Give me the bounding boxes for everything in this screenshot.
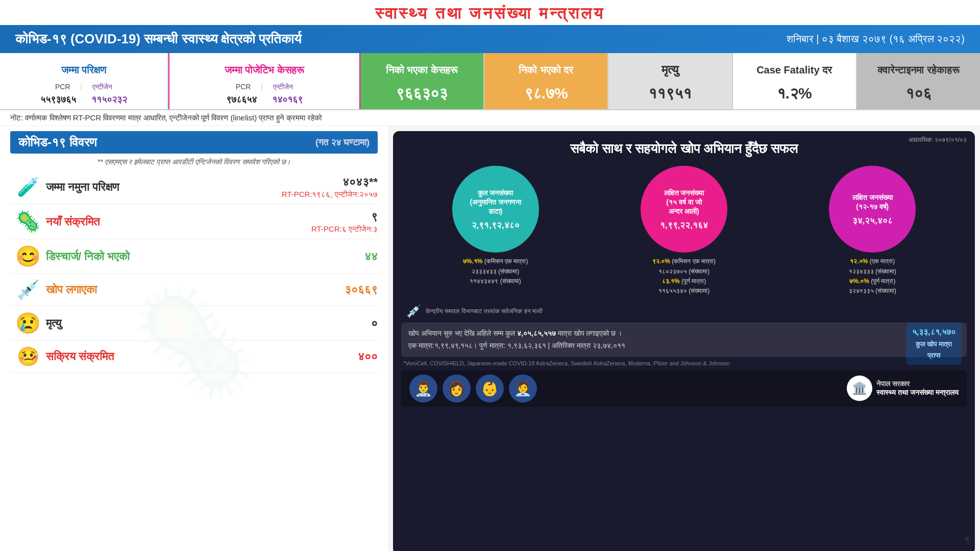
- stat-total-tests: जम्मा परिक्षण PCR | एन्टीजेन ५५९३७६५ ११५…: [0, 53, 168, 109]
- covid-vaccinated-value: ३०६६९: [316, 283, 378, 296]
- covid-item-active: 🤒 सक्रिय संक्रमित ४००: [10, 341, 378, 373]
- positive-values-row: ९७८६५४ १४०१६९: [176, 94, 353, 105]
- vaccine-needle-indicator: 💉 केन्द्रीय समतल विभागबाट तथ्यांक सर्वजन…: [401, 304, 967, 318]
- right-panel: अद्यावधिक: २०७९/०१/०२ सबैको साथ र सहयोगल…: [388, 126, 980, 551]
- vaccine-bottom-area: खोप अभियान सुरु भए देखि अहिले सम्म कुल ४…: [401, 322, 967, 357]
- stat-death: मृत्यु ११९५१: [608, 53, 732, 109]
- circle-total-title: कुल जनसंख्या(अनुमानित जनगणनाडाटा): [470, 188, 521, 216]
- footer-nepal-govt: नेपाल सरकार: [876, 380, 959, 388]
- stat-case-fatality: Case Fatality दर १.२%: [733, 53, 857, 109]
- total-positive-label: जम्मा पोजेटिभ केसहरू: [176, 57, 353, 83]
- pcr-positive-value: ९७८६५४: [226, 94, 257, 105]
- avatar-4: 🧑‍💼: [509, 374, 537, 403]
- vaccine-total-box: ५,३३,८१,५७०कुल खोप मात्राप्राप्त: [906, 322, 962, 365]
- covid-infected-value: ९: [311, 210, 378, 223]
- vaccine-bottom-text: खोप अभियान सुरु भए देखि अहिले सम्म कुल ४…: [401, 322, 967, 357]
- antigen-positive-value: १४०१६९: [272, 94, 303, 105]
- left-content: कोभिड-१९ विवरण (गत २४ घण्टामा) ** एसएमएस…: [10, 131, 378, 373]
- test-tube-icon: 🧪: [10, 177, 46, 198]
- main-header: स्वास्थ्य तथा जनसंख्या मन्त्रालय: [0, 0, 980, 25]
- recovery-rate-label: निको भएको दर: [491, 57, 601, 83]
- covid-vaccinated-label: खोप लगाएका: [46, 283, 316, 296]
- covid-item-vaccinated: 💉 खोप लगाएका ३०६६९: [10, 274, 378, 306]
- vaccine-title: सबैको साथ र सहयोगले खोप अभियान हुँदैछ सफ…: [401, 139, 967, 158]
- covid-infected-label: नयाँ संक्रमित: [46, 215, 311, 229]
- stat-recovered: निको भएका केसहरू ९६६३०३: [360, 53, 484, 109]
- fever-icon: 🤒: [10, 346, 46, 367]
- circle-item-target12: लक्षित जनसंख्या(१२-१७ वर्ष) ३४,२५,४०८ १२…: [788, 166, 957, 296]
- covid-death-value: ०: [316, 317, 378, 330]
- pcr-antigen-labels: PCR | एन्टीजेन: [6, 83, 161, 91]
- virus-icon: 🦠: [10, 210, 46, 234]
- covid-section-title: कोभिड-१९ विवरण: [18, 135, 97, 149]
- banner-right-text: शनिबार | ०३ बैशाख २०७९ (१६ अप्रिल २०२२): [787, 33, 965, 45]
- case-fatality-value: १.२%: [739, 85, 850, 103]
- happy-face-icon: 😊: [10, 244, 46, 268]
- circle-target15-num2: ११६५५३४०: [658, 287, 687, 294]
- page-number: १: [964, 534, 970, 546]
- circle-target12-num1: १२३४३३३: [849, 268, 874, 275]
- circle-total: कुल जनसंख्या(अनुमानित जनगणनाडाटा) २,९१,९…: [452, 166, 539, 253]
- covid-discharged-value: ४४: [316, 250, 378, 263]
- note-bar: नोट: वर्णात्मक विश्लेषण RT-PCR विवरणमा म…: [0, 110, 980, 126]
- banner-left-text: कोभिड-१९ (COVID-19) सम्बन्धी स्वास्थ्य क…: [15, 31, 301, 47]
- note-text: नोट: वर्णात्मक विश्लेषण RT-PCR विवरणमा म…: [10, 113, 322, 122]
- vaccine-center-note: केन्द्रीय समतल विभागबाट तथ्यांक सर्वजनिक…: [426, 308, 962, 315]
- left-panel: 🦠 कोभिड-१९ विवरण (गत २४ घण्टामा) ** एसएम…: [0, 126, 388, 551]
- total-test-label: जम्मा परिक्षण: [6, 57, 161, 83]
- recovery-rate-value: ९८.७%: [491, 85, 601, 103]
- footer-logo-text: नेपाल सरकार स्वास्थ्य तथा जनसंख्या मन्त्…: [876, 380, 959, 397]
- death-value: ११९५१: [615, 85, 725, 103]
- avatar-1: 👨‍⚕️: [409, 374, 437, 403]
- footer-ministry: स्वास्थ्य तथा जनसंख्या मन्त्रालय: [876, 388, 959, 397]
- death-label: मृत्यु: [615, 57, 725, 83]
- main-title: स्वास्थ्य तथा जनसंख्या मन्त्रालय: [375, 4, 605, 22]
- circle-target15-num1: १८०२३७०५: [658, 268, 687, 275]
- quarantine-value: १०६: [863, 85, 974, 103]
- covid-infected-sub: RT-PCR:६ एन्टीजेन:३: [311, 224, 378, 234]
- covid-section-header: कोभिड-१९ विवरण (गत २४ घण्टामा): [10, 131, 378, 154]
- test-values-row: ५५९३७६५ ११५०२३२: [6, 94, 161, 105]
- date-stamp: अद्यावधिक: २०७९/०१/०२: [909, 136, 967, 143]
- covid-active-value: ४००: [316, 350, 378, 363]
- circle-target12-stats: १२.०% (एक मात्रा) १२३४३३३ (संख्यामा) ७%.…: [849, 257, 896, 296]
- circle-target15-value: १,९९,२२,१६४: [660, 220, 708, 231]
- sad-face-icon: 😢: [10, 311, 46, 335]
- circle-total-num2: ११४४३४४९: [470, 278, 498, 285]
- govt-logo: 🏛️: [847, 375, 872, 401]
- circle-target12-num2: ३२४×३३५: [849, 287, 874, 294]
- circle-target15-stat1: ९२.०%: [652, 258, 670, 265]
- covid-discharged-label: डिस्चार्ज/ निको भएको: [46, 250, 316, 263]
- pcr-pos-label: PCR: [236, 83, 251, 91]
- circle-target12-stat2: ७%.०%: [849, 278, 869, 285]
- circle-target12-value: ३४,२५,४०८: [852, 216, 893, 226]
- circle-item-target15: लक्षित जनसंख्या(१५ वर्ष वा जोअन्दर आली) …: [599, 166, 769, 296]
- recovered-label: निको भएका केसहरू: [366, 57, 477, 83]
- covid-active-label: सक्रिय संक्रमित: [46, 350, 316, 363]
- circle-total-value: २,९१,९२,४८०: [472, 220, 520, 231]
- stats-row: जम्मा परिक्षण PCR | एन्टीजेन ५५९३७६५ ११५…: [0, 53, 980, 110]
- covid-test-sub: RT-PCR:१९८६, एन्टीजेन:२०५७: [282, 190, 378, 199]
- stat-quarantine: क्वारेन्टाइनमा रहेकाहरू १०६: [857, 53, 980, 109]
- covid-item-discharged: 😊 डिस्चार्ज/ निको भएको ४४: [10, 239, 378, 274]
- recovered-value: ९६६३०३: [366, 85, 477, 103]
- covid-item-tests: 🧪 जम्मा नमुना परिक्षण ४०४३** RT-PCR:१९८६…: [10, 170, 378, 205]
- footer-persons-row: 👨‍⚕️ 👩 👶 🧑‍💼: [409, 374, 537, 403]
- pcr-total-value: ५५९३७६५: [40, 94, 76, 105]
- antigen-pos-label: एन्टीजेन: [273, 83, 293, 91]
- pcr-label: PCR: [55, 83, 70, 91]
- covid-sub-note: ** एसएमएस र इमेलबाट प्राप्त आरडीटी एन्टि…: [10, 158, 378, 166]
- vaccine-campaign-text: खोप अभियान सुरु भए देखि अहिले सम्म कुल ४…: [408, 329, 625, 349]
- pcr-antigen-positive-labels: PCR | एन्टीजेन: [176, 83, 353, 91]
- circle-target15-title: लक्षित जनसंख्या(१५ वर्ष वा जोअन्दर आली): [664, 188, 704, 216]
- quarantine-label: क्वारेन्टाइनमा रहेकाहरू: [863, 57, 974, 83]
- stat-recovery-rate: निको भएको दर ९८.७%: [484, 53, 608, 109]
- vaccine-footer: 👨‍⚕️ 👩 👶 🧑‍💼 🏛️ नेपाल सरकार स्वास्थ्य तथ…: [401, 370, 967, 407]
- circle-target12-stat1: १२.०%: [850, 258, 868, 265]
- content-area: 🦠 कोभिड-१९ विवरण (गत २४ घण्टामा) ** एसएम…: [0, 126, 980, 551]
- footer-logo: 🏛️ नेपाल सरकार स्वास्थ्य तथा जनसंख्या मन…: [847, 375, 959, 401]
- circle-target15: लक्षित जनसंख्या(१५ वर्ष वा जोअन्दर आली) …: [641, 166, 727, 253]
- case-fatality-label: Case Fatality दर: [739, 57, 850, 83]
- syringe-icon: 💉: [10, 279, 46, 300]
- needle-icon: 💉: [406, 304, 422, 318]
